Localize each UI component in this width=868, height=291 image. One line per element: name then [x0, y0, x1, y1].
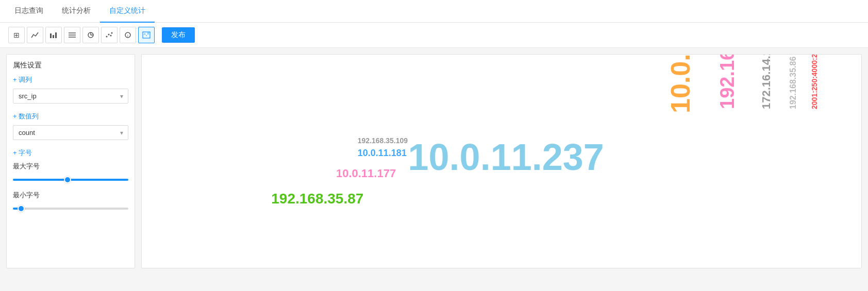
- word-cloud-word: 10.0.11.241: [667, 54, 694, 113]
- table-tool-button[interactable]: ⊞: [8, 27, 25, 43]
- main-content: 属性设置 + 调列 src_ip + 数值列 count + 字号 最大字号 最…: [0, 48, 868, 275]
- svg-text:B: B: [147, 32, 149, 35]
- svg-rect-2: [55, 32, 57, 38]
- word-cloud-word: 172.16.14.117: [761, 54, 772, 109]
- word-cloud-word: 192.168.35.86: [789, 57, 797, 109]
- tab-stat-analysis[interactable]: 统计分析: [53, 0, 100, 23]
- max-font-section: 最大字号: [13, 162, 128, 182]
- publish-button[interactable]: 发布: [162, 27, 195, 43]
- dimension-section-label[interactable]: + 调列: [13, 75, 128, 84]
- word-cloud-word: 2001:250:4000:2000::28: [811, 54, 818, 109]
- word-cloud-word: 10.0.11.177: [336, 168, 396, 179]
- min-font-section: 最小字号: [13, 191, 128, 211]
- scatter-tool-button[interactable]: [101, 27, 118, 43]
- max-font-label: 最大字号: [13, 162, 128, 171]
- word-cloud-word: 192.168.35.109: [358, 137, 408, 144]
- svg-point-10: [108, 34, 110, 36]
- max-font-slider[interactable]: [13, 179, 128, 181]
- dimension-select[interactable]: src_ip: [13, 89, 128, 104]
- tab-log-query[interactable]: 日志查询: [5, 0, 53, 23]
- font-section-label[interactable]: + 字号: [13, 148, 128, 158]
- svg-point-11: [110, 35, 112, 37]
- line-chart-tool-button[interactable]: [27, 27, 43, 43]
- svg-point-12: [111, 32, 113, 34]
- word-cloud-word: 10.0.11.181: [358, 148, 407, 158]
- top-tabs: 日志查询 统计分析 自定义统计: [0, 0, 868, 23]
- dimension-select-wrap: src_ip: [13, 89, 128, 104]
- svg-point-9: [106, 36, 108, 38]
- min-font-label: 最小字号: [13, 191, 128, 200]
- metric-select-wrap: count: [13, 125, 128, 140]
- word-cloud-word: 192.168.35.87: [271, 192, 363, 206]
- word-cloud: 10.0.11.237192.168.35.8710.0.11.17710.0.…: [142, 55, 861, 250]
- wordcloud-tool-button[interactable]: AaB: [138, 27, 155, 43]
- sidebar-title: 属性设置: [13, 61, 128, 70]
- toolbar: ⊞ i AaB 发布: [0, 23, 868, 48]
- tab-custom-stat[interactable]: 自定义统计: [100, 0, 155, 23]
- chart-area: 10.0.11.237192.168.35.8710.0.11.17710.0.…: [141, 54, 862, 268]
- metric-select[interactable]: count: [13, 125, 128, 140]
- word-cloud-word: 192.168.35.96: [717, 54, 737, 109]
- info-tool-button[interactable]: i: [120, 27, 136, 43]
- list-tool-button[interactable]: [64, 27, 80, 43]
- word-cloud-word: 10.0.11.237: [408, 139, 604, 176]
- svg-rect-1: [53, 35, 54, 38]
- metric-section-label[interactable]: + 数值列: [13, 112, 128, 121]
- pie-chart-tool-button[interactable]: [82, 27, 99, 43]
- svg-text:i: i: [127, 33, 128, 38]
- sidebar: 属性设置 + 调列 src_ip + 数值列 count + 字号 最大字号 最…: [6, 54, 135, 268]
- bar-chart-tool-button[interactable]: [45, 27, 62, 43]
- min-font-slider[interactable]: [13, 208, 128, 210]
- svg-rect-0: [50, 33, 52, 38]
